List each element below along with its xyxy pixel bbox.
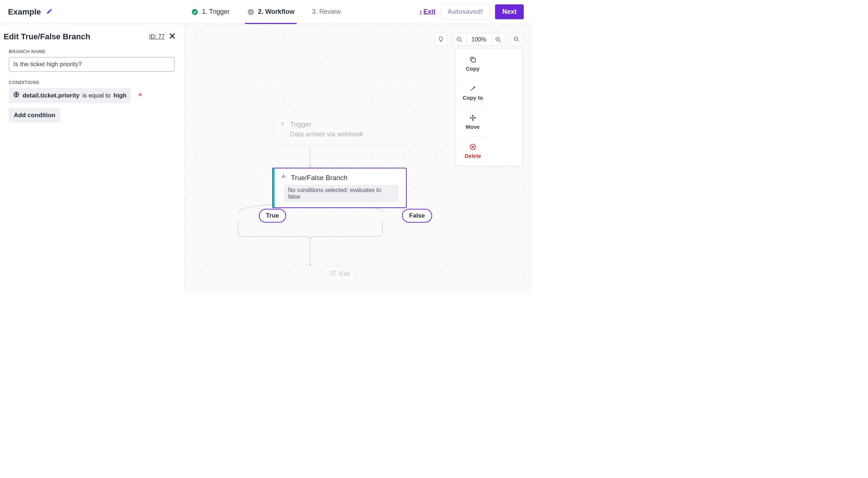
- step-workflow[interactable]: 2. Workflow: [247, 0, 295, 24]
- delete-label: Delete: [465, 153, 481, 159]
- lightning-icon: [280, 120, 286, 128]
- branch-node[interactable]: True/False Branch No conditions selected…: [272, 168, 407, 208]
- branch-icon: [280, 174, 287, 182]
- exit-icon: [330, 270, 336, 278]
- condition-operator: is equal to: [83, 92, 111, 99]
- condition-value: high: [113, 92, 126, 99]
- branch-name-label: BRANCH NAME: [4, 49, 177, 54]
- zoom-out-button[interactable]: [453, 33, 466, 46]
- tips-button[interactable]: [434, 33, 447, 46]
- close-sidebar-icon[interactable]: [168, 31, 177, 42]
- exit-node[interactable]: Exit: [323, 266, 357, 282]
- move-label: Move: [466, 124, 479, 130]
- exit-link-label: Exit: [423, 8, 435, 16]
- chevron-left-icon: ‹: [420, 8, 422, 16]
- trigger-desc: Data arrives via webhook: [290, 131, 399, 138]
- sidebar-title: Edit True/False Branch: [4, 32, 90, 41]
- fit-to-screen-button[interactable]: [510, 33, 523, 46]
- step-review-label: 3. Review: [312, 8, 341, 16]
- branch-true-pill[interactable]: True: [259, 209, 286, 223]
- step-review[interactable]: 3. Review: [312, 0, 341, 24]
- workflow-name: Example: [8, 7, 41, 17]
- step-trigger[interactable]: 1. Trigger: [191, 0, 230, 24]
- svg-rect-6: [471, 58, 475, 62]
- step-workflow-label: 2. Workflow: [258, 8, 295, 16]
- conditions-label: CONDITIONS: [4, 80, 177, 85]
- branch-false-pill[interactable]: False: [402, 209, 432, 223]
- branch-hint-chip: No conditions selected: evaluates to fal…: [284, 185, 399, 202]
- copy-to-button[interactable]: Copy to: [456, 78, 490, 107]
- zoom-level: 100%: [466, 33, 491, 46]
- node-action-panel: Copy Copy to Move Delete: [455, 49, 523, 166]
- zoom-in-button[interactable]: [491, 33, 505, 46]
- exit-label: Exit: [339, 270, 350, 278]
- branch-id-link[interactable]: ID: 77: [149, 33, 165, 40]
- condition-row: detail.ticket.priority is equal to high: [4, 88, 177, 103]
- condition-chip[interactable]: detail.ticket.priority is equal to high: [9, 88, 131, 103]
- delete-button[interactable]: Delete: [456, 136, 490, 166]
- remove-condition-icon[interactable]: [137, 92, 143, 99]
- next-button[interactable]: Next: [495, 4, 524, 19]
- exit-link[interactable]: ‹ Exit: [420, 8, 435, 16]
- condition-field: detail.ticket.priority: [23, 92, 80, 99]
- trigger-title: Trigger: [290, 120, 312, 128]
- copy-to-label: Copy to: [463, 95, 483, 101]
- trigger-node[interactable]: Trigger Data arrives via webhook: [272, 114, 407, 145]
- branch-title: True/False Branch: [291, 174, 348, 182]
- move-button[interactable]: Move: [456, 107, 490, 136]
- check-icon: [191, 8, 198, 16]
- copy-button[interactable]: Copy: [456, 49, 490, 78]
- edit-name-icon[interactable]: [46, 8, 53, 16]
- add-condition-button[interactable]: Add condition: [9, 108, 60, 123]
- copy-label: Copy: [466, 65, 480, 72]
- step-trigger-label: 1. Trigger: [202, 8, 230, 16]
- globe-icon: [13, 91, 20, 100]
- autosaved-indicator: Autosaved!: [441, 4, 490, 20]
- check-icon: [247, 8, 254, 16]
- branch-name-input[interactable]: [9, 57, 174, 72]
